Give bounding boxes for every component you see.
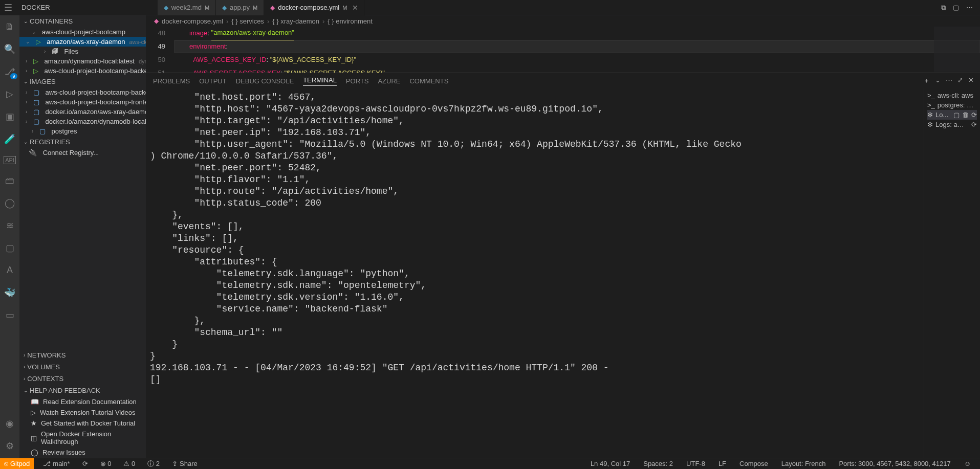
bottom-panel: PROBLEMSOUTPUTDEBUG CONSOLETERMINALPORTS… [146, 73, 980, 458]
feedback-status[interactable]: ☺ [961, 460, 974, 467]
info-status[interactable]: ⓘ 2 [144, 459, 163, 468]
code-line[interactable]: image: "amazon/aws-xray-daemon" [175, 27, 980, 40]
indent-status[interactable]: Spaces: 2 [640, 460, 676, 467]
help-icon: ◫ [31, 434, 37, 442]
image-icon: ▢ [33, 98, 39, 106]
extensions-icon[interactable]: ▣ [6, 111, 14, 122]
container-item[interactable]: ⌄ aws-cloud-project-bootcamp [19, 27, 146, 37]
panel-tab-ports[interactable]: PORTS [346, 77, 369, 85]
terminal-instance[interactable]: >_postgres: bash [927, 100, 977, 110]
breadcrumb[interactable]: ◆docker-compose.yml›{ } services›{ } xra… [146, 15, 980, 27]
warnings-status[interactable]: ⚠ 0 [120, 460, 138, 467]
database-icon[interactable]: 🗃 [5, 175, 14, 186]
language-status[interactable]: Compose [736, 460, 771, 467]
panel-action-icon[interactable]: ⤢ [957, 76, 963, 85]
hamburger-icon[interactable]: ☰ [4, 2, 12, 13]
terminal-instance[interactable]: ✻Logs: aws-...⟳ [927, 120, 977, 129]
registries-section[interactable]: ⌄REGISTRIES [19, 136, 146, 148]
help-item[interactable]: ★Get Started with Docker Tutorial [19, 418, 146, 429]
panel-tab-debug console[interactable]: DEBUG CONSOLE [236, 77, 294, 85]
breadcrumb-item[interactable]: { } services [231, 17, 264, 25]
code-editor[interactable]: 48495051 image: "amazon/aws-xray-daemon"… [146, 27, 980, 73]
containers-section[interactable]: ⌄CONTAINERS [19, 15, 146, 27]
panel-action-icon[interactable]: ⌄ [935, 76, 941, 85]
eol-status[interactable]: LF [715, 460, 729, 467]
activity-bar: 🗎 🔍 ⎇9 ▷ ▣ 🧪 API 🗃 ◯ ≋ ▢ A 🐳 ▭ ◉ ⚙ [0, 15, 19, 458]
tab-docker-compose.yml[interactable]: ◆docker-compose.ymlM✕ [264, 0, 365, 15]
layers-icon[interactable]: ≋ [6, 220, 14, 231]
topbar-action-icon[interactable]: ▢ [953, 4, 959, 11]
terminal-instance[interactable]: >_aws-cli: aws [927, 91, 977, 100]
term-action-icon[interactable]: 🗑 [962, 111, 969, 119]
images-section[interactable]: ⌄IMAGES [19, 76, 146, 87]
help-item[interactable]: ▷Watch Extension Tutorial Videos [19, 407, 146, 418]
breadcrumb-item[interactable]: docker-compose.yml [162, 17, 223, 25]
box-icon[interactable]: ▭ [6, 309, 14, 321]
azure-icon[interactable]: A [7, 265, 13, 276]
share-status[interactable]: ⇪ Share [169, 460, 201, 467]
image-item[interactable]: › ▢ postgres [19, 126, 146, 136]
help-section[interactable]: ⌄HELP AND FEEDBACK [19, 385, 146, 396]
search-icon[interactable]: 🔍 [4, 43, 15, 55]
topbar-action-icon[interactable]: ⋯ [966, 4, 973, 11]
docker-icon[interactable]: 🐳 [4, 287, 15, 298]
panel-tab-problems[interactable]: PROBLEMS [153, 77, 190, 85]
terminal-output[interactable]: "net.host.port": 4567, "http.host": "456… [146, 88, 924, 458]
container-item[interactable]: › ▷ amazon/dynamodb-local:latestdyna... [19, 56, 146, 66]
term-action-icon[interactable]: ⟳ [971, 121, 977, 128]
sync-status[interactable]: ⟳ [79, 460, 91, 467]
panel-tab-terminal[interactable]: TERMINAL [303, 76, 337, 86]
files-icon: 🗐 [52, 48, 58, 55]
branch-status[interactable]: ⎇ main* [40, 460, 73, 467]
errors-status[interactable]: ⊗ 0 [97, 460, 115, 467]
contexts-section[interactable]: ›CONTEXTS [19, 373, 146, 385]
term-action-icon[interactable]: ⟳ [971, 111, 977, 119]
container-item[interactable]: › 🗐 Files [19, 47, 146, 56]
help-item[interactable]: 📖Read Extension Documentation [19, 396, 146, 407]
close-icon[interactable]: ✕ [352, 4, 358, 12]
tab-week2.md[interactable]: ◆week2.mdM [158, 0, 216, 15]
panel-tab-output[interactable]: OUTPUT [199, 77, 226, 85]
help-item[interactable]: ◯Review Issues [19, 447, 146, 458]
help-item[interactable]: ◫Open Docker Extension Walkthrough [19, 429, 146, 447]
source-control-icon[interactable]: ⎇9 [5, 66, 15, 77]
image-item[interactable]: › ▢ aws-cloud-project-bootcamp-frontend.… [19, 97, 146, 107]
plug-icon: 🔌 [29, 149, 37, 157]
chevron-icon: ⌄ [32, 29, 36, 35]
github-icon[interactable]: ◯ [5, 197, 15, 209]
run-debug-icon[interactable]: ▷ [6, 88, 13, 100]
api-icon[interactable]: API [4, 156, 16, 164]
panel-tab-comments[interactable]: COMMENTS [409, 77, 448, 85]
code-line[interactable]: environment: [175, 40, 980, 53]
container-item[interactable]: ⌄ ▷ amazon/aws-xray-daemonaws-cloud... [19, 37, 146, 47]
terminal-icon[interactable]: ▢ [6, 242, 14, 254]
term-action-icon[interactable]: ▢ [953, 111, 960, 119]
panel-tab-azure[interactable]: AZURE [378, 77, 400, 85]
image-item[interactable]: › ▢ aws-cloud-project-bootcamp-backend..… [19, 87, 146, 97]
settings-icon[interactable]: ⚙ [6, 440, 14, 452]
account-icon[interactable]: ◉ [6, 418, 14, 429]
test-icon[interactable]: 🧪 [4, 133, 15, 145]
ports-status[interactable]: Ports: 3000, 4567, 5432, 8000, 41217 [836, 460, 953, 467]
gitpod-status[interactable]: ⎋ Gitpod [0, 458, 34, 470]
encoding-status[interactable]: UTF-8 [683, 460, 708, 467]
topbar-action-icon[interactable]: ⧉ [941, 4, 946, 12]
networks-section[interactable]: ›NETWORKS [19, 349, 146, 361]
image-item[interactable]: › ▢ docker.io/amazon/dynamodb-local [19, 117, 146, 126]
breadcrumb-item[interactable]: { } xray-daemon [272, 17, 319, 25]
volumes-section[interactable]: ›VOLUMES [19, 361, 146, 373]
breadcrumb-item[interactable]: { } environment [328, 17, 372, 25]
code-line[interactable]: AWS SECRET ACCESS KEY: "${AWS SECRET ACC… [175, 66, 980, 73]
connect-registry[interactable]: 🔌 Connect Registry... [19, 148, 146, 158]
image-item[interactable]: › ▢ docker.io/amazon/aws-xray-daemon [19, 107, 146, 117]
cursor-position[interactable]: Ln 49, Col 17 [587, 460, 633, 467]
layout-status[interactable]: Layout: French [778, 460, 829, 467]
files-icon[interactable]: 🗎 [5, 21, 14, 32]
tab-app.py[interactable]: ◆app.pyM [216, 0, 264, 15]
panel-action-icon[interactable]: ⋯ [946, 76, 952, 85]
container-item[interactable]: › ▷ aws-cloud-project-bootcamp-backen... [19, 66, 146, 76]
panel-action-icon[interactable]: ✕ [968, 76, 974, 85]
code-line[interactable]: AWS_ACCESS_KEY_ID: "${AWS_ACCESS_KEY_ID}… [175, 53, 980, 66]
panel-action-icon[interactable]: ＋ [923, 76, 930, 85]
terminal-instance[interactable]: ✻Lo...▢🗑⟳ [927, 110, 977, 120]
